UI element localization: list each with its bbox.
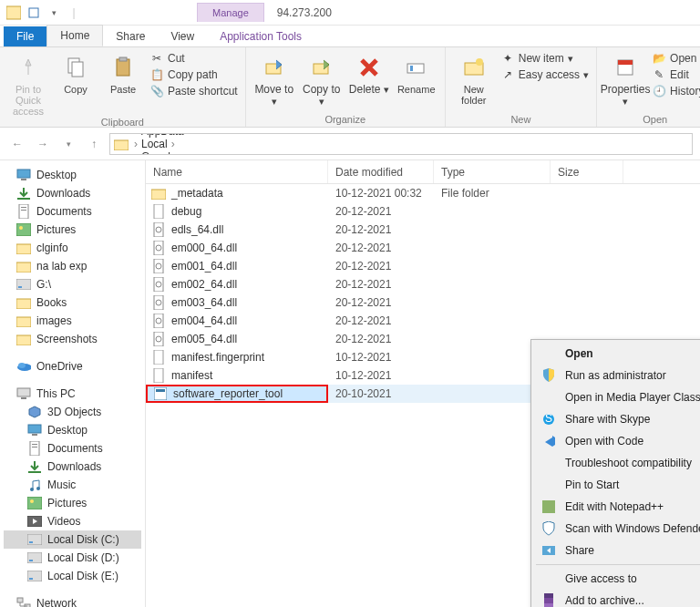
properties-button[interactable]: Properties ▾ [604, 51, 646, 107]
paste-shortcut-button[interactable]: 📎Paste shortcut [149, 84, 238, 98]
forward-button[interactable]: → [33, 134, 53, 154]
file-row[interactable]: debug20-12-2021 [146, 202, 700, 221]
file-row[interactable]: edls_64.dll20-12-2021 [146, 221, 700, 239]
tree-item[interactable]: Local Disk (C:) [4, 530, 141, 549]
col-type[interactable]: Type [434, 160, 551, 183]
delete-button[interactable]: Delete ▾ [348, 51, 390, 96]
menu-item[interactable]: Open in Media Player Classic [534, 386, 700, 408]
tree-item[interactable]: images [4, 312, 141, 330]
rar-icon [541, 593, 556, 607]
menu-item[interactable]: Troubleshoot compatibility [534, 452, 700, 474]
new-item-button[interactable]: ✦New item ▾ [500, 51, 589, 66]
move-icon [260, 53, 289, 82]
menu-item[interactable]: Open with Code [534, 430, 700, 452]
paste-button[interactable]: Paste [102, 51, 144, 95]
menu-item[interactable]: Pin to Start [534, 474, 700, 496]
file-row[interactable]: em004_64.dll20-12-2021 [146, 312, 700, 330]
breadcrumb-item[interactable]: Local› [141, 138, 224, 150]
tree-item[interactable]: This PC [4, 385, 141, 403]
copy-to-button[interactable]: Copy to ▾ [301, 51, 343, 107]
svg-rect-21 [16, 223, 31, 236]
window-title: 94.273.200 [277, 6, 332, 19]
file-icon [151, 204, 166, 219]
rename-button[interactable]: Rename [396, 51, 438, 95]
history-button[interactable]: 🕘History [652, 84, 700, 98]
easy-access-icon: ↗ [500, 67, 515, 82]
pin-quick-access-button[interactable]: Pin to Quick access [7, 51, 49, 117]
svg-point-40 [30, 488, 34, 491]
up-button[interactable]: ↑ [84, 134, 104, 154]
open-button[interactable]: 📂Open ▾ [652, 51, 700, 66]
tab-application-tools[interactable]: Application Tools [207, 26, 314, 46]
col-date[interactable]: Date modified [328, 160, 434, 183]
tree-item[interactable]: G:\ [4, 275, 141, 293]
menu-item[interactable]: Edit with Notepad++ [534, 496, 700, 518]
menu-item[interactable]: Open [534, 343, 700, 365]
tree-item[interactable]: Local Disk (E:) [4, 567, 141, 585]
svg-rect-8 [407, 64, 424, 73]
ribbon: Pin to Quick access Copy Paste ✂Cut 📋Cop… [0, 47, 700, 128]
tree-item[interactable]: Desktop [4, 421, 141, 439]
file-row[interactable]: em003_64.dll20-12-2021 [146, 293, 700, 312]
tree-item[interactable]: Pictures [4, 494, 141, 512]
menu-item[interactable]: Add to archive... [534, 590, 700, 607]
file-row[interactable]: _metadata10-12-2021 00:32File folder [146, 184, 700, 202]
new-folder-button[interactable]: New folder [453, 51, 495, 106]
move-to-button[interactable]: Move to ▾ [253, 51, 295, 107]
download-icon [27, 459, 42, 474]
contextual-tab-manage[interactable]: Manage [197, 3, 264, 22]
easy-access-button[interactable]: ↗Easy access ▾ [500, 67, 589, 82]
qat-properties-icon[interactable] [26, 5, 42, 21]
menu-item[interactable]: Run as administrator [534, 365, 700, 386]
file-row[interactable]: em000_64.dll20-12-2021 [146, 239, 700, 257]
menu-item[interactable]: Give access to› [534, 568, 700, 590]
tree-item[interactable]: Documents [4, 439, 141, 458]
file-row[interactable]: em002_64.dll20-12-2021 [146, 275, 700, 293]
tree-item[interactable]: Network [4, 594, 141, 607]
cut-button[interactable]: ✂Cut [149, 51, 238, 66]
tree-item[interactable]: Music [4, 476, 141, 494]
tab-home[interactable]: Home [46, 25, 103, 46]
tree-item[interactable]: Pictures [4, 221, 141, 239]
col-size[interactable]: Size [551, 160, 623, 183]
tree-item[interactable]: 3D Objects [4, 403, 141, 421]
svg-rect-51 [17, 598, 23, 602]
tab-file[interactable]: File [4, 26, 46, 46]
tree-item[interactable]: Local Disk (D:) [4, 549, 141, 567]
svg-rect-20 [21, 210, 26, 211]
tree-item[interactable]: Books [4, 293, 141, 312]
tree-item[interactable]: Downloads [4, 184, 141, 202]
qat-dropdown-icon[interactable]: ▾ [46, 5, 62, 21]
shield-icon [541, 368, 556, 383]
breadcrumb-item[interactable]: Google› [141, 150, 224, 155]
tab-view[interactable]: View [158, 26, 207, 46]
svg-rect-46 [29, 541, 33, 543]
tree-item[interactable]: Screenshots [4, 330, 141, 348]
svg-rect-1 [29, 8, 38, 17]
address-bar[interactable]: › This PC›Local Disk (C:)›Users›ACER›App… [109, 133, 693, 155]
tab-share[interactable]: Share [103, 26, 158, 46]
tree-item[interactable]: Videos [4, 512, 141, 530]
tree-item[interactable]: clginfo [4, 239, 141, 257]
file-row[interactable]: em001_64.dll20-12-2021 [146, 257, 700, 275]
tree-item[interactable]: Documents [4, 202, 141, 221]
recent-button[interactable]: ▾ [58, 134, 78, 154]
tree-item[interactable]: na lab exp [4, 257, 141, 275]
svg-rect-18 [19, 204, 28, 219]
breadcrumb-chevron[interactable]: › [130, 138, 141, 150]
copy-button[interactable]: Copy [55, 51, 97, 95]
copy-path-button[interactable]: 📋Copy path [149, 67, 238, 82]
navigation-tree[interactable]: DesktopDownloadsDocumentsPicturesclginfo… [0, 160, 146, 607]
back-button[interactable]: ← [7, 134, 27, 154]
tree-item[interactable]: OneDrive [4, 357, 141, 376]
tree-item[interactable]: Downloads [4, 458, 141, 476]
col-name[interactable]: Name [146, 160, 328, 183]
edit-icon: ✎ [652, 67, 666, 82]
menu-item[interactable]: Scan with Windows Defender... [534, 518, 700, 540]
menu-item[interactable]: Share [534, 540, 700, 561]
menu-item[interactable]: SShare with Skype [534, 408, 700, 430]
edit-button[interactable]: ✎Edit [652, 67, 700, 82]
paste-icon [108, 53, 138, 82]
titlebar: ▾ | Manage 94.273.200 [0, 0, 700, 26]
tree-item[interactable]: Desktop [4, 166, 141, 184]
